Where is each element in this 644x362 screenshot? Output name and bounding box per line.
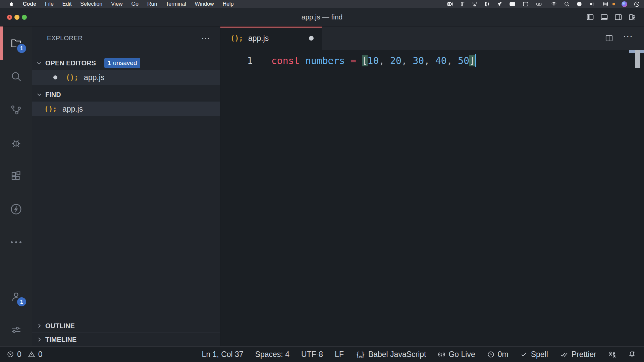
chevron-down-icon — [36, 92, 42, 98]
menu-edit[interactable]: Edit — [58, 0, 76, 8]
open-editors-label: OPEN EDITORS — [45, 59, 96, 67]
indentation[interactable]: Spaces: 4 — [255, 350, 289, 359]
battery-icon[interactable] — [535, 1, 544, 7]
source-control-icon[interactable] — [0, 93, 32, 126]
code-token — [300, 55, 305, 66]
code-token: , — [447, 55, 452, 66]
menu-selection[interactable]: Selection — [76, 0, 107, 8]
chevron-right-icon — [36, 337, 42, 343]
minimize-button[interactable] — [14, 15, 19, 20]
timeline-section-header[interactable]: TIMELINE — [32, 333, 220, 346]
code-token: const — [271, 55, 300, 66]
code-token: numbers — [305, 55, 345, 66]
clock-icon[interactable] — [634, 1, 640, 7]
close-button[interactable] — [7, 15, 12, 20]
find-section-header[interactable]: FIND — [32, 87, 220, 102]
find-label: FIND — [45, 91, 61, 99]
accounts-icon[interactable]: 1 — [0, 280, 32, 313]
screen-record-icon[interactable] — [446, 1, 454, 7]
menu-help[interactable]: Help — [218, 0, 238, 8]
file-name: app.js — [62, 105, 83, 114]
zoom-button[interactable] — [22, 15, 27, 20]
explorer-badge: 1 — [16, 43, 27, 54]
warning-count: 0 — [38, 350, 43, 359]
sidebar-title: EXPLORER — [47, 35, 83, 42]
settings-icon[interactable] — [0, 313, 32, 346]
menu-run[interactable]: Run — [143, 0, 161, 8]
spell-checker[interactable]: Spell — [520, 350, 548, 359]
outline-section-header[interactable]: OUTLINE — [32, 319, 220, 333]
language-mode[interactable]: {⊗} Babel JavaScript — [356, 350, 426, 359]
braces-icon: {⊗} — [356, 350, 365, 359]
code-token: 30 — [413, 55, 424, 66]
code-content: const numbers = [10, 20, 30, 40, 50] — [271, 54, 476, 67]
code-editor[interactable]: 1 const numbers = [10, 20, 30, 40, 50] — [220, 50, 644, 346]
formatter[interactable]: Prettier — [560, 350, 596, 359]
focus-dot-icon[interactable] — [576, 1, 582, 7]
control-center-icon[interactable] — [602, 1, 609, 7]
find-item-appjs[interactable]: (); app.js — [32, 102, 220, 116]
formatter-label: Prettier — [572, 350, 596, 359]
code-token: 50 — [458, 55, 469, 66]
split-editor-icon[interactable] — [605, 34, 613, 43]
code-token: 40 — [435, 55, 447, 66]
keyboard-icon[interactable] — [509, 1, 516, 7]
volume-icon[interactable] — [589, 1, 596, 7]
modified-dot-icon[interactable] — [53, 75, 57, 79]
explorer-icon[interactable]: 1 — [0, 26, 32, 60]
timer[interactable]: 0m — [487, 350, 508, 359]
menu-view[interactable]: View — [107, 0, 127, 8]
toggle-sidebar-icon[interactable] — [586, 13, 594, 21]
encoding[interactable]: UTF-8 — [301, 350, 323, 359]
workbench: 1 — [0, 26, 644, 346]
search-icon[interactable] — [0, 60, 32, 93]
javascript-file-icon: (); — [230, 34, 243, 42]
problems-indicator[interactable]: 0 0 — [7, 350, 43, 359]
window-icon[interactable] — [522, 1, 529, 7]
spotlight-icon[interactable] — [564, 1, 570, 7]
tab-modified-dot[interactable] — [309, 36, 314, 41]
eol-sequence[interactable]: LF — [335, 350, 344, 359]
menu-window[interactable]: Window — [191, 0, 218, 8]
run-debug-icon[interactable] — [0, 126, 32, 159]
open-editors-section-header[interactable]: OPEN EDITORS 1 unsaved — [32, 56, 220, 70]
feedback-icon[interactable] — [608, 350, 616, 358]
notifications-bell-icon[interactable] — [628, 350, 636, 358]
code-token: = — [351, 55, 356, 66]
rocket-icon[interactable] — [496, 1, 502, 7]
toggle-panel-icon[interactable] — [600, 13, 608, 21]
more-views-icon[interactable] — [0, 226, 32, 259]
toggle-secondary-sidebar-icon[interactable] — [614, 13, 623, 21]
cursor-position[interactable]: Ln 1, Col 37 — [202, 350, 244, 359]
menu-go[interactable]: Go — [127, 0, 143, 8]
spray-icon[interactable] — [472, 1, 478, 7]
apple-menu[interactable] — [5, 1, 18, 7]
extensions-icon[interactable] — [0, 159, 32, 192]
timer-label: 0m — [498, 350, 508, 359]
live-server-icon[interactable] — [0, 192, 32, 226]
siri-icon[interactable] — [622, 1, 627, 7]
macos-menubar: Code File Edit Selection View Go Run Ter… — [0, 0, 644, 8]
code-token — [384, 55, 390, 66]
sidebar-more-icon[interactable]: ⋯ — [201, 37, 211, 40]
wifi-icon[interactable] — [550, 1, 557, 7]
recording-dot-icon — [612, 3, 615, 5]
shortcuts-icon[interactable] — [460, 1, 465, 7]
tab-appjs[interactable]: (); app.js — [220, 26, 322, 50]
editor-more-actions-icon[interactable]: ⋯ — [623, 35, 634, 42]
minimap-slider[interactable] — [635, 50, 640, 68]
code-token — [452, 55, 458, 66]
menu-file[interactable]: File — [41, 0, 58, 8]
menu-terminal[interactable]: Terminal — [161, 0, 190, 8]
chevron-right-icon — [36, 323, 42, 329]
open-editor-item-appjs[interactable]: (); app.js — [32, 70, 220, 85]
status-bar: 0 0 Ln 1, Col 37 Spaces: 4 UTF-8 LF {⊗} … — [0, 346, 644, 362]
code-token: 10 — [368, 55, 379, 66]
line-number: 1 — [220, 56, 253, 66]
error-count: 0 — [17, 350, 21, 359]
customize-layout-icon[interactable] — [628, 13, 637, 21]
tab-label: app.js — [248, 34, 269, 43]
contrast-icon[interactable] — [484, 1, 490, 7]
go-live[interactable]: Go Live — [438, 350, 475, 359]
menu-code[interactable]: Code — [18, 0, 41, 8]
